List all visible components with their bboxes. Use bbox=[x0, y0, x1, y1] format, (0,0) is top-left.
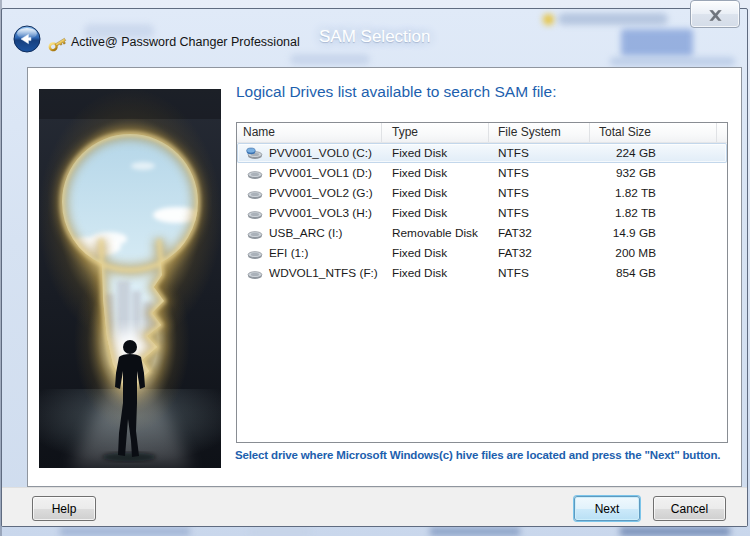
drive-total-size: 200 MB bbox=[590, 246, 717, 260]
column-header-name[interactable]: Name bbox=[237, 123, 382, 142]
drive-row[interactable]: PVV001_VOL2 (G:) Fixed Disk NTFS 1.82 TB bbox=[237, 183, 727, 203]
column-header-type[interactable]: Type bbox=[382, 123, 489, 142]
background-blob bbox=[620, 527, 730, 536]
drive-name: WDVOL1_NTFS (F:) bbox=[269, 266, 378, 280]
drive-total-size: 224 GB bbox=[590, 146, 717, 160]
drive-total-size: 1.82 TB bbox=[590, 206, 717, 220]
disk-icon bbox=[246, 227, 263, 240]
disk-icon bbox=[246, 267, 263, 280]
drive-name: PVV001_VOL0 (C:) bbox=[269, 146, 372, 160]
drive-type: Fixed Disk bbox=[382, 166, 489, 180]
drive-list-body: PVV001_VOL0 (C:) Fixed Disk NTFS 224 GB … bbox=[237, 143, 727, 283]
system-badge bbox=[247, 148, 256, 154]
column-header-total-size[interactable]: Total Size bbox=[590, 123, 717, 142]
glass-blur-blob bbox=[621, 29, 693, 56]
hint-text: Select drive where Microsoft Windows(c) … bbox=[235, 449, 733, 461]
glass-blur-blob bbox=[543, 14, 554, 25]
drive-file-system: FAT32 bbox=[489, 226, 590, 240]
background-blob bbox=[250, 528, 310, 536]
drive-type: Fixed Disk bbox=[382, 206, 489, 220]
app-title: Active@ Password Changer Professional bbox=[71, 35, 300, 49]
drive-total-size: 1.82 TB bbox=[590, 186, 717, 200]
content-panel: Logical Drives list available to search … bbox=[27, 67, 742, 487]
key-icon bbox=[47, 32, 69, 52]
drive-type: Fixed Disk bbox=[382, 146, 489, 160]
disk-icon bbox=[246, 207, 263, 220]
drive-total-size: 932 GB bbox=[590, 166, 717, 180]
glass-blur-blob bbox=[558, 13, 668, 25]
glass-blur-blob bbox=[610, 57, 735, 66]
drive-file-system: FAT32 bbox=[489, 246, 590, 260]
next-button[interactable]: Next bbox=[574, 496, 640, 521]
password-changer-dialog: Active@ Password Changer Professional SA… bbox=[1, 8, 748, 527]
close-button[interactable] bbox=[690, 0, 740, 28]
drive-total-size: 854 GB bbox=[590, 266, 717, 280]
drive-name: PVV001_VOL2 (G:) bbox=[269, 186, 373, 200]
wizard-step-title: SAM Selection bbox=[319, 27, 431, 47]
disk-icon bbox=[246, 247, 263, 260]
drive-row[interactable]: EFI (1:) Fixed Disk FAT32 200 MB bbox=[237, 243, 727, 263]
close-icon bbox=[709, 10, 722, 21]
drive-type: Fixed Disk bbox=[382, 246, 489, 260]
drive-row[interactable]: PVV001_VOL1 (D:) Fixed Disk NTFS 932 GB bbox=[237, 163, 727, 183]
drive-name: PVV001_VOL1 (D:) bbox=[269, 166, 372, 180]
drive-total-size: 14.9 GB bbox=[590, 226, 717, 240]
keyhole-artwork bbox=[39, 89, 221, 468]
drive-name: PVV001_VOL3 (H:) bbox=[269, 206, 372, 220]
drive-file-system: NTFS bbox=[489, 166, 590, 180]
column-header-file-system[interactable]: File System bbox=[489, 123, 590, 142]
drive-file-system: NTFS bbox=[489, 206, 590, 220]
drives-heading: Logical Drives list available to search … bbox=[236, 83, 556, 101]
column-header-spacer bbox=[717, 123, 727, 142]
drive-type: Fixed Disk bbox=[382, 186, 489, 200]
drive-row[interactable]: USB_ARC (I:) Removable Disk FAT32 14.9 G… bbox=[237, 223, 727, 243]
drive-name: USB_ARC (I:) bbox=[269, 226, 342, 240]
background-blob bbox=[60, 527, 190, 536]
screen: Active@ Password Changer Professional SA… bbox=[0, 0, 750, 536]
drive-file-system: NTFS bbox=[489, 266, 590, 280]
drive-file-system: NTFS bbox=[489, 186, 590, 200]
drive-file-system: NTFS bbox=[489, 146, 590, 160]
back-button[interactable] bbox=[13, 25, 41, 53]
drive-name: EFI (1:) bbox=[269, 246, 308, 260]
drive-row[interactable]: PVV001_VOL3 (H:) Fixed Disk NTFS 1.82 TB bbox=[237, 203, 727, 223]
disk-icon bbox=[246, 147, 263, 160]
disk-icon bbox=[246, 187, 263, 200]
help-button[interactable]: Help bbox=[32, 496, 96, 521]
disk-icon bbox=[246, 167, 263, 180]
background-blob bbox=[430, 527, 520, 536]
cancel-button[interactable]: Cancel bbox=[653, 496, 726, 521]
drive-list: Name Type File System Total Size PVV001_… bbox=[236, 122, 728, 443]
drive-list-header: Name Type File System Total Size bbox=[237, 123, 727, 143]
drive-type: Removable Disk bbox=[382, 226, 489, 240]
glass-blur-blob bbox=[290, 54, 370, 65]
drive-row[interactable]: PVV001_VOL0 (C:) Fixed Disk NTFS 224 GB bbox=[237, 143, 727, 163]
drive-row[interactable]: WDVOL1_NTFS (F:) Fixed Disk NTFS 854 GB bbox=[237, 263, 727, 283]
dialog-header: Active@ Password Changer Professional SA… bbox=[2, 9, 747, 67]
dialog-footer: Help Next Cancel bbox=[2, 487, 747, 526]
drive-type: Fixed Disk bbox=[382, 266, 489, 280]
